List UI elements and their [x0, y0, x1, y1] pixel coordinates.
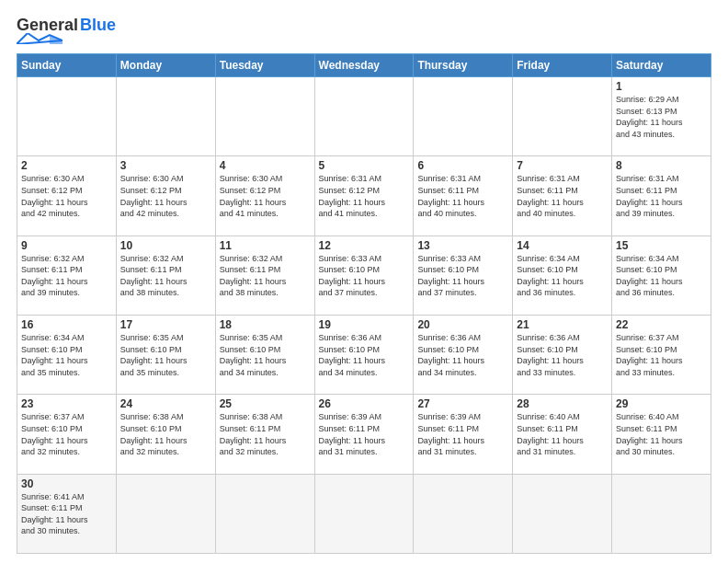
day-number: 26 [319, 397, 410, 410]
day-number: 21 [517, 318, 608, 331]
day-number: 7 [517, 159, 608, 172]
day-number: 13 [417, 239, 508, 252]
calendar-cell: 9Sunrise: 6:32 AM Sunset: 6:11 PM Daylig… [17, 236, 117, 315]
header: General Blue [17, 17, 711, 44]
page: General Blue SundayMondayTuesdayWednesda… [0, 0, 728, 563]
cell-info: Sunrise: 6:31 AM Sunset: 6:11 PM Dayligh… [616, 173, 707, 219]
day-number: 28 [517, 397, 608, 410]
calendar-cell: 19Sunrise: 6:36 AM Sunset: 6:10 PM Dayli… [314, 315, 414, 394]
calendar-cell: 20Sunrise: 6:36 AM Sunset: 6:10 PM Dayli… [414, 315, 513, 394]
cell-info: Sunrise: 6:40 AM Sunset: 6:11 PM Dayligh… [517, 411, 608, 457]
calendar-cell [116, 474, 215, 553]
calendar-cell: 22Sunrise: 6:37 AM Sunset: 6:10 PM Dayli… [612, 315, 711, 394]
day-number: 10 [120, 239, 211, 252]
cell-info: Sunrise: 6:32 AM Sunset: 6:11 PM Dayligh… [220, 253, 311, 299]
calendar-cell: 25Sunrise: 6:38 AM Sunset: 6:11 PM Dayli… [215, 395, 314, 474]
cell-info: Sunrise: 6:34 AM Sunset: 6:10 PM Dayligh… [616, 253, 707, 299]
calendar-cell: 28Sunrise: 6:40 AM Sunset: 6:11 PM Dayli… [513, 395, 612, 474]
calendar-cell: 16Sunrise: 6:34 AM Sunset: 6:10 PM Dayli… [17, 315, 117, 394]
cell-info: Sunrise: 6:31 AM Sunset: 6:12 PM Dayligh… [319, 173, 410, 219]
cell-info: Sunrise: 6:36 AM Sunset: 6:10 PM Dayligh… [319, 332, 410, 378]
cell-info: Sunrise: 6:33 AM Sunset: 6:10 PM Dayligh… [417, 253, 508, 299]
day-number: 1 [616, 80, 707, 93]
calendar-cell: 5Sunrise: 6:31 AM Sunset: 6:12 PM Daylig… [314, 156, 414, 236]
cell-info: Sunrise: 6:36 AM Sunset: 6:10 PM Dayligh… [417, 332, 508, 378]
calendar-cell [513, 474, 612, 553]
cell-info: Sunrise: 6:32 AM Sunset: 6:11 PM Dayligh… [120, 253, 211, 299]
day-number: 6 [417, 159, 508, 172]
day-number: 22 [616, 318, 707, 331]
cell-info: Sunrise: 6:39 AM Sunset: 6:11 PM Dayligh… [319, 411, 410, 457]
cell-info: Sunrise: 6:41 AM Sunset: 6:11 PM Dayligh… [21, 491, 112, 537]
calendar-cell [116, 77, 215, 156]
calendar-cell: 8Sunrise: 6:31 AM Sunset: 6:11 PM Daylig… [612, 156, 711, 236]
calendar-cell: 23Sunrise: 6:37 AM Sunset: 6:10 PM Dayli… [17, 395, 117, 474]
calendar-cell: 27Sunrise: 6:39 AM Sunset: 6:11 PM Dayli… [414, 395, 513, 474]
day-of-week-header: Monday [116, 54, 215, 77]
day-of-week-header: Friday [513, 54, 612, 77]
day-number: 14 [517, 239, 608, 252]
day-number: 30 [21, 477, 112, 490]
calendar-cell: 3Sunrise: 6:30 AM Sunset: 6:12 PM Daylig… [116, 156, 215, 236]
cell-info: Sunrise: 6:29 AM Sunset: 6:13 PM Dayligh… [616, 94, 707, 140]
calendar-cell [314, 77, 414, 156]
day-number: 29 [616, 397, 707, 410]
cell-info: Sunrise: 6:31 AM Sunset: 6:11 PM Dayligh… [517, 173, 608, 219]
calendar-week-row: 1Sunrise: 6:29 AM Sunset: 6:13 PM Daylig… [17, 77, 711, 156]
calendar-cell: 24Sunrise: 6:38 AM Sunset: 6:10 PM Dayli… [116, 395, 215, 474]
calendar-cell: 12Sunrise: 6:33 AM Sunset: 6:10 PM Dayli… [314, 236, 414, 315]
calendar-cell: 26Sunrise: 6:39 AM Sunset: 6:11 PM Dayli… [314, 395, 414, 474]
calendar-cell: 30Sunrise: 6:41 AM Sunset: 6:11 PM Dayli… [17, 474, 117, 553]
day-number: 20 [417, 318, 508, 331]
calendar-cell [414, 474, 513, 553]
calendar-cell: 11Sunrise: 6:32 AM Sunset: 6:11 PM Dayli… [215, 236, 314, 315]
day-of-week-header: Wednesday [314, 54, 414, 77]
calendar-cell: 4Sunrise: 6:30 AM Sunset: 6:12 PM Daylig… [215, 156, 314, 236]
calendar-cell [314, 474, 414, 553]
calendar-cell: 17Sunrise: 6:35 AM Sunset: 6:10 PM Dayli… [116, 315, 215, 394]
calendar-cell: 10Sunrise: 6:32 AM Sunset: 6:11 PM Dayli… [116, 236, 215, 315]
calendar-cell: 2Sunrise: 6:30 AM Sunset: 6:12 PM Daylig… [17, 156, 117, 236]
day-number: 19 [319, 318, 410, 331]
day-of-week-header: Saturday [612, 54, 711, 77]
day-of-week-header: Thursday [414, 54, 513, 77]
calendar-week-row: 16Sunrise: 6:34 AM Sunset: 6:10 PM Dayli… [17, 315, 711, 394]
day-number: 17 [120, 318, 211, 331]
logo: General Blue [17, 17, 116, 44]
cell-info: Sunrise: 6:40 AM Sunset: 6:11 PM Dayligh… [616, 411, 707, 457]
calendar-cell [414, 77, 513, 156]
logo-text-blue: Blue [80, 17, 116, 33]
day-number: 9 [21, 239, 112, 252]
day-number: 4 [220, 159, 311, 172]
calendar-cell [215, 77, 314, 156]
day-of-week-header: Sunday [17, 54, 117, 77]
cell-info: Sunrise: 6:35 AM Sunset: 6:10 PM Dayligh… [120, 332, 211, 378]
cell-info: Sunrise: 6:37 AM Sunset: 6:10 PM Dayligh… [21, 411, 112, 457]
day-number: 27 [417, 397, 508, 410]
calendar-week-row: 30Sunrise: 6:41 AM Sunset: 6:11 PM Dayli… [17, 474, 711, 553]
cell-info: Sunrise: 6:36 AM Sunset: 6:10 PM Dayligh… [517, 332, 608, 378]
day-number: 3 [120, 159, 211, 172]
day-number: 18 [220, 318, 311, 331]
cell-info: Sunrise: 6:35 AM Sunset: 6:10 PM Dayligh… [220, 332, 311, 378]
day-number: 8 [616, 159, 707, 172]
day-number: 11 [220, 239, 311, 252]
calendar-cell [17, 77, 117, 156]
day-number: 5 [319, 159, 410, 172]
cell-info: Sunrise: 6:30 AM Sunset: 6:12 PM Dayligh… [220, 173, 311, 219]
cell-info: Sunrise: 6:39 AM Sunset: 6:11 PM Dayligh… [417, 411, 508, 457]
day-number: 25 [220, 397, 311, 410]
calendar-cell: 14Sunrise: 6:34 AM Sunset: 6:10 PM Dayli… [513, 236, 612, 315]
calendar-table: SundayMondayTuesdayWednesdayThursdayFrid… [17, 53, 711, 554]
cell-info: Sunrise: 6:30 AM Sunset: 6:12 PM Dayligh… [120, 173, 211, 219]
calendar-cell: 21Sunrise: 6:36 AM Sunset: 6:10 PM Dayli… [513, 315, 612, 394]
calendar-cell [215, 474, 314, 553]
cell-info: Sunrise: 6:37 AM Sunset: 6:10 PM Dayligh… [616, 332, 707, 378]
calendar-week-row: 23Sunrise: 6:37 AM Sunset: 6:10 PM Dayli… [17, 395, 711, 474]
cell-info: Sunrise: 6:38 AM Sunset: 6:10 PM Dayligh… [120, 411, 211, 457]
calendar-cell: 1Sunrise: 6:29 AM Sunset: 6:13 PM Daylig… [612, 77, 711, 156]
day-number: 24 [120, 397, 211, 410]
calendar-cell: 7Sunrise: 6:31 AM Sunset: 6:11 PM Daylig… [513, 156, 612, 236]
calendar-cell: 18Sunrise: 6:35 AM Sunset: 6:10 PM Dayli… [215, 315, 314, 394]
cell-info: Sunrise: 6:32 AM Sunset: 6:11 PM Dayligh… [21, 253, 112, 299]
